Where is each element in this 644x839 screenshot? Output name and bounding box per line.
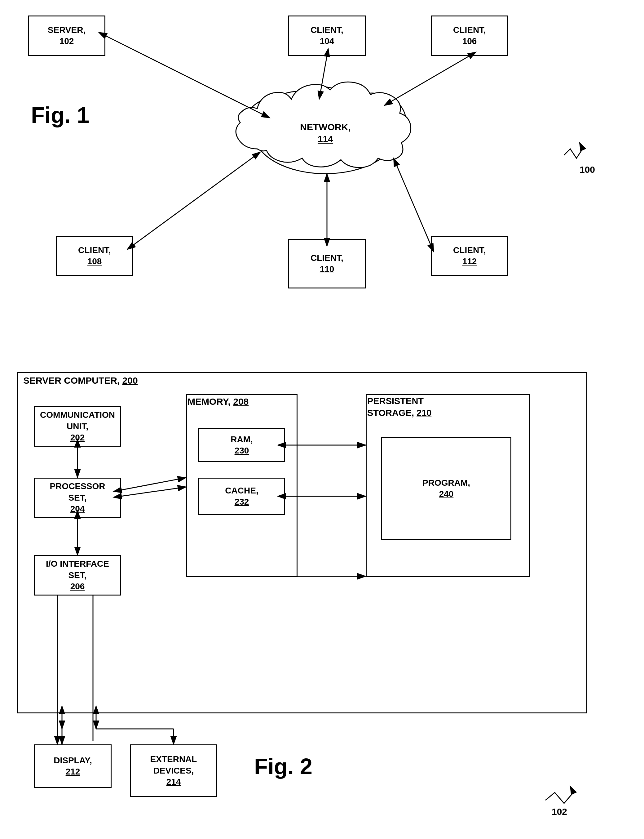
svg-text:114: 114 <box>318 134 333 144</box>
server-102-box: SERVER, 102 <box>28 15 105 56</box>
persistent-storage-label: PERSISTENT STORAGE, 210 <box>367 396 528 419</box>
svg-line-21 <box>133 152 260 245</box>
ram-box: RAM, 230 <box>198 428 285 462</box>
cache-box: CACHE, 232 <box>198 478 285 515</box>
svg-point-10 <box>256 95 395 172</box>
ref-102: 102 <box>552 806 567 817</box>
client-104-box: CLIENT, 104 <box>288 15 366 56</box>
svg-line-18 <box>105 36 269 118</box>
fig2-label: Fig. 2 <box>254 754 312 779</box>
fig1-label: Fig. 1 <box>31 102 89 128</box>
server-label: SERVER, <box>48 25 85 36</box>
server-computer-label: SERVER COMPUTER, 200 <box>23 375 138 386</box>
client-106-box: CLIENT, 106 <box>431 15 508 56</box>
client108-number: 108 <box>87 257 102 266</box>
svg-line-20 <box>384 56 470 105</box>
client106-label: CLIENT, <box>453 25 486 36</box>
client-110-box: CLIENT, 110 <box>288 239 366 288</box>
svg-point-12 <box>339 98 404 150</box>
comm-unit-box: COMMUNICATION UNIT, 202 <box>34 406 121 447</box>
client104-number: 104 <box>320 36 334 46</box>
svg-point-7 <box>266 92 329 138</box>
client112-number: 112 <box>462 257 477 266</box>
client108-label: CLIENT, <box>78 245 111 256</box>
svg-point-11 <box>246 102 305 152</box>
client106-number: 106 <box>462 36 477 46</box>
client112-label: CLIENT, <box>453 245 486 256</box>
svg-point-9 <box>294 87 350 130</box>
network-cloud: NETWORK, 114 <box>236 82 411 174</box>
ref-100: 100 <box>580 165 595 175</box>
memory-label: MEMORY, 208 <box>187 396 248 407</box>
processor-set-box: PROCESSOR SET, 204 <box>34 478 121 518</box>
svg-point-4 <box>254 93 397 174</box>
svg-point-8 <box>307 88 375 135</box>
client-112-box: CLIENT, 112 <box>431 236 508 276</box>
svg-line-23 <box>394 158 431 245</box>
svg-point-13 <box>268 96 327 140</box>
program-box: PROGRAM, 240 <box>381 437 511 540</box>
client-108-box: CLIENT, 108 <box>56 236 133 276</box>
svg-text:NETWORK,: NETWORK, <box>300 122 350 132</box>
svg-line-19 <box>319 56 327 99</box>
io-interface-box: I/O INTERFACE SET, 206 <box>34 555 121 595</box>
external-devices-box: EXTERNAL DEVICES, 214 <box>130 744 217 797</box>
svg-point-14 <box>308 93 373 137</box>
client104-label: CLIENT, <box>310 25 343 36</box>
display-box: DISPLAY, 212 <box>34 744 112 788</box>
svg-point-5 <box>245 98 307 150</box>
client110-number: 110 <box>320 264 334 274</box>
server-number: 102 <box>59 36 74 46</box>
client110-label: CLIENT, <box>310 252 343 264</box>
svg-point-15 <box>296 92 349 132</box>
svg-point-6 <box>338 93 406 149</box>
